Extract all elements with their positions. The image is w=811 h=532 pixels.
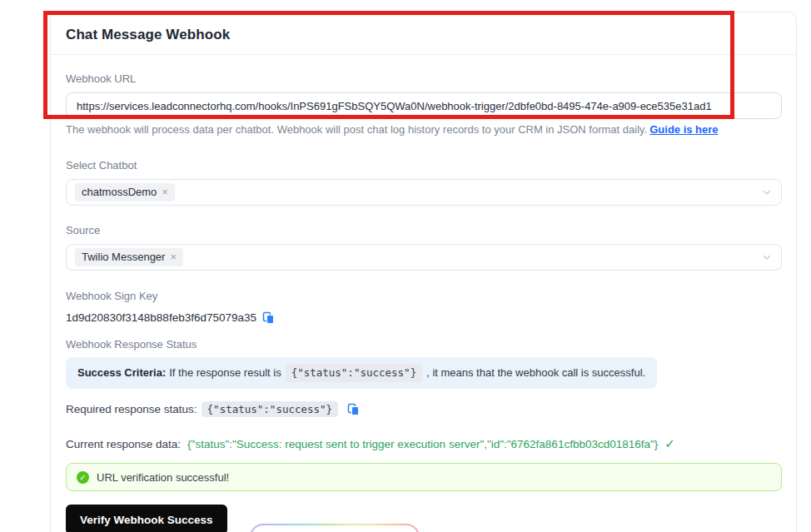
required-status-label: Required response status: <box>66 403 197 415</box>
check-icon: ✓ <box>664 436 675 451</box>
rainbow-border-panel-inner <box>251 525 418 532</box>
webhook-helper-text: The webhook will process data per chatbo… <box>66 123 782 137</box>
sign-key-value: 1d9d20830f3148b88feb3f6d75079a35 <box>66 311 256 324</box>
source-select[interactable]: Twilio Messenger × <box>66 244 782 271</box>
copy-icon[interactable] <box>262 311 275 324</box>
success-circle-icon: ✓ <box>77 471 89 484</box>
success-criteria-post: , it means that the webhook call is succ… <box>426 365 645 380</box>
select-chatbot-label: Select Chatbot <box>66 159 782 172</box>
helper-text: The webhook will process data per chatbo… <box>66 123 647 136</box>
remove-tag-icon[interactable]: × <box>170 251 177 264</box>
card-body: Webhook URL The webhook will process dat… <box>51 72 796 532</box>
success-criteria-box: Success Criteria: If the response result… <box>66 357 657 389</box>
current-response-value: {"status":"Success: request sent to trig… <box>187 438 658 450</box>
webhook-url-input[interactable] <box>66 92 782 119</box>
page: Chat Message Webhook Webhook URL The web… <box>0 0 811 532</box>
url-verification-alert: ✓ URL verification successful! <box>66 463 782 491</box>
success-criteria-pre: If the response result is <box>169 365 281 380</box>
chatbot-tag-label: chatmossDemo <box>82 186 157 199</box>
source-tag-label: Twilio Messenger <box>82 251 165 264</box>
success-criteria-title: Success Criteria: <box>77 365 166 380</box>
status-code-chip: {"status":"success"} <box>202 401 339 417</box>
remove-tag-icon[interactable]: × <box>162 186 168 199</box>
sign-key-row: 1d9d20830f3148b88feb3f6d75079a35 <box>66 310 782 325</box>
copy-icon[interactable] <box>347 403 360 415</box>
source-tag: Twilio Messenger × <box>75 248 183 266</box>
sign-key-label: Webhook Sign Key <box>66 290 782 303</box>
chatbot-select[interactable]: chatmossDemo × <box>66 179 782 206</box>
required-status-row: Required response status: {"status":"suc… <box>66 401 782 417</box>
rainbow-border-panel <box>250 524 420 532</box>
guide-link[interactable]: Guide is here <box>649 123 718 136</box>
webhook-url-label: Webhook URL <box>66 72 782 86</box>
chevron-down-icon[interactable] <box>761 251 773 263</box>
chatbot-tag: chatmossDemo × <box>75 183 175 201</box>
source-label: Source <box>66 224 782 237</box>
page-title: Chat Message Webhook <box>66 27 781 43</box>
current-response-label: Current response data: <box>66 438 181 450</box>
current-response-row: Current response data: {"status":"Succes… <box>66 436 782 451</box>
status-code-chip: {"status":"success"} <box>286 364 423 382</box>
chevron-down-icon[interactable] <box>761 186 773 198</box>
webhook-settings-card: Chat Message Webhook Webhook URL The web… <box>50 12 797 532</box>
card-header: Chat Message Webhook <box>51 12 796 55</box>
alert-text: URL verification successful! <box>97 471 229 484</box>
response-status-label: Webhook Response Status <box>66 338 782 351</box>
verify-webhook-button[interactable]: Verify Webhook Success <box>66 505 227 532</box>
